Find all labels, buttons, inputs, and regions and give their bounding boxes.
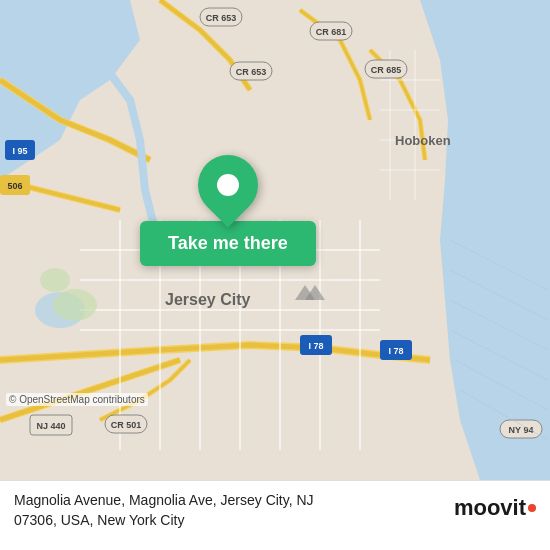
svg-point-51 (53, 289, 97, 321)
osm-attribution: © OpenStreetMap contributors (6, 393, 148, 406)
svg-text:I 78: I 78 (308, 341, 323, 351)
svg-text:NJ 440: NJ 440 (36, 421, 65, 431)
moovit-brand-text: moovit (454, 495, 526, 521)
svg-text:Hoboken: Hoboken (395, 133, 451, 148)
popup-container: Take me there (140, 155, 316, 266)
svg-text:CR 501: CR 501 (111, 420, 142, 430)
svg-text:Jersey City: Jersey City (165, 291, 250, 308)
svg-point-52 (40, 268, 70, 292)
map-pin (185, 143, 270, 228)
svg-text:506: 506 (7, 181, 22, 191)
svg-text:CR 653: CR 653 (236, 67, 267, 77)
svg-text:I 95: I 95 (12, 146, 27, 156)
svg-text:I 78: I 78 (388, 346, 403, 356)
osm-text: © OpenStreetMap contributors (9, 394, 145, 405)
address-line: Magnolia Avenue, Magnolia Ave, Jersey Ci… (14, 491, 444, 530)
take-me-there-button[interactable]: Take me there (140, 221, 316, 266)
svg-text:CR 653: CR 653 (206, 13, 237, 23)
map-pin-inner (217, 174, 239, 196)
moovit-dot (528, 504, 536, 512)
moovit-logo: moovit (454, 495, 536, 521)
svg-text:CR 681: CR 681 (316, 27, 347, 37)
map-container: I 95 506 CR 653 CR 653 CR 681 CR 685 I 7… (0, 0, 550, 480)
info-text: Magnolia Avenue, Magnolia Ave, Jersey Ci… (14, 491, 444, 530)
svg-text:CR 685: CR 685 (371, 65, 402, 75)
info-bar: Magnolia Avenue, Magnolia Ave, Jersey Ci… (0, 480, 550, 550)
